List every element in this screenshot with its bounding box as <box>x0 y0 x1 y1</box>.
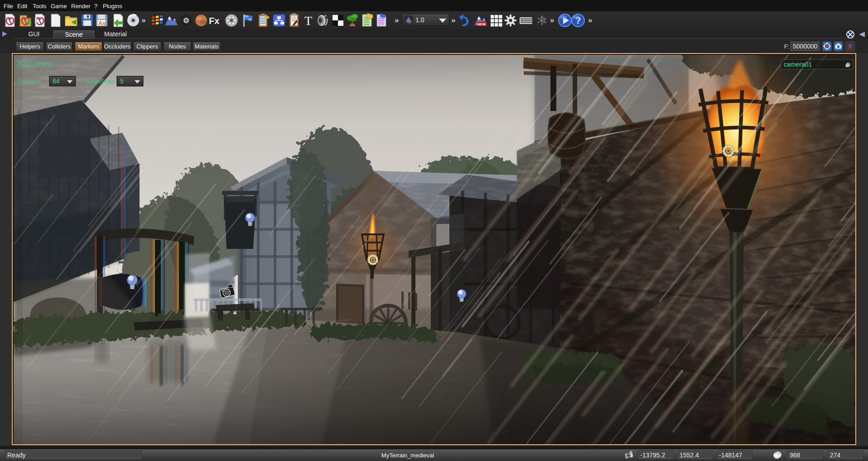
svg-text:As: As <box>98 20 106 27</box>
svg-text:T: T <box>304 14 312 28</box>
svg-text:fx: fx <box>407 20 411 24</box>
svg-text:NEW: NEW <box>477 22 486 26</box>
svg-text:Fx: Fx <box>209 16 219 26</box>
